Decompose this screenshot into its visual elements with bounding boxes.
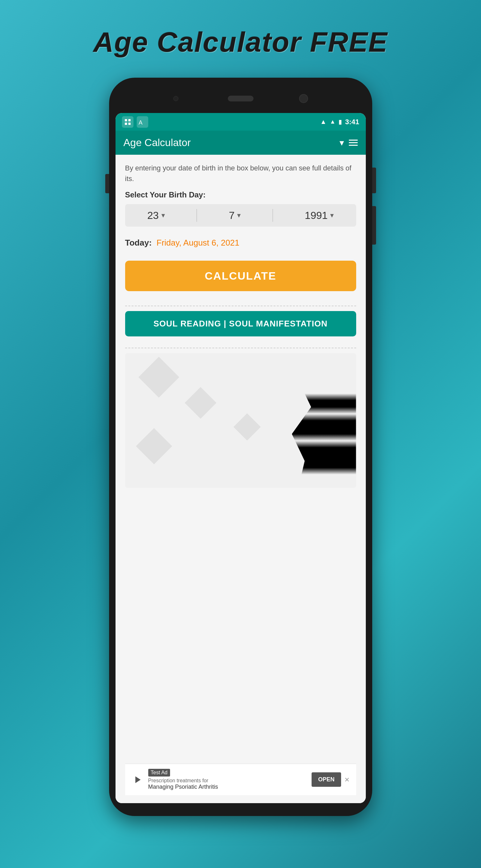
day-value: 23	[147, 210, 159, 221]
ad-play-icon	[132, 773, 145, 786]
year-selector[interactable]: 1991 ▾	[305, 210, 334, 221]
divider-1	[125, 306, 356, 306]
date-selector-row[interactable]: 23 ▾ 7 ▾ 1991 ▾	[125, 204, 356, 227]
ad-title: Prescription treatments for	[148, 778, 312, 783]
status-bar: A ▲ ▲ ▮ 3:41	[116, 113, 366, 131]
ad-content: Test Ad Prescription treatments for Mana…	[132, 769, 312, 790]
diamond-1	[138, 356, 179, 397]
app-icon-1	[122, 116, 133, 128]
app-title: Age Calculator FREE	[93, 26, 388, 58]
phone-frame: A ▲ ▲ ▮ 3:41 Age Calculator ▾ By en	[109, 78, 372, 816]
ad-description: Managing Psoriatic Arthritis	[148, 783, 312, 790]
status-bar-right: ▲ ▲ ▮ 3:41	[320, 118, 359, 126]
day-selector[interactable]: 23 ▾	[147, 210, 165, 221]
ad-open-button[interactable]: OPEN	[312, 772, 341, 787]
today-section: Today: Friday, August 6, 2021	[125, 233, 356, 253]
wifi-icon: ▲	[320, 118, 327, 125]
today-label: Today:	[125, 238, 152, 248]
diamond-pattern-area	[125, 353, 356, 488]
svg-rect-0	[125, 119, 127, 121]
battery-icon: ▮	[339, 119, 342, 125]
power-button-lower	[372, 206, 376, 245]
year-dropdown-icon[interactable]: ▾	[330, 211, 334, 220]
ad-text-area: Test Ad Prescription treatments for Mana…	[148, 769, 312, 790]
menu-line-1	[349, 140, 358, 141]
power-button	[372, 167, 376, 193]
month-selector[interactable]: 7 ▾	[229, 210, 241, 221]
today-date: Friday, August 6, 2021	[157, 238, 239, 248]
ad-tag: Test Ad	[148, 769, 170, 776]
month-dropdown-icon[interactable]: ▾	[237, 211, 241, 220]
svg-text:A: A	[139, 119, 142, 126]
year-value: 1991	[305, 210, 328, 221]
diamond-2	[185, 387, 216, 419]
menu-line-2	[349, 142, 358, 143]
dropdown-arrow-icon[interactable]: ▾	[340, 137, 344, 148]
volume-button	[105, 174, 109, 193]
signal-icon: ▲	[330, 119, 335, 125]
phone-camera-icon	[299, 94, 308, 103]
time-display: 3:41	[345, 118, 359, 126]
month-value: 7	[229, 210, 234, 221]
svg-rect-2	[125, 123, 127, 125]
day-dropdown-icon[interactable]: ▾	[161, 211, 165, 220]
app-toolbar: Age Calculator ▾	[116, 131, 366, 155]
date-divider-2	[272, 209, 273, 222]
diamond-3	[136, 428, 172, 464]
toolbar-title: Age Calculator	[124, 137, 335, 149]
phone-top-bar	[116, 84, 366, 113]
app-icon-2: A	[137, 116, 148, 128]
divider-2	[125, 348, 356, 348]
svg-rect-1	[128, 119, 131, 121]
soul-reading-button[interactable]: SOUL READING | SOUL MANIFESTATION	[125, 311, 356, 336]
ad-close-icon[interactable]: ✕	[344, 776, 350, 783]
glitch-overlay	[292, 353, 356, 488]
ad-banner: Test Ad Prescription treatments for Mana…	[125, 764, 356, 795]
menu-button[interactable]	[349, 140, 358, 146]
phone-speaker	[228, 96, 254, 101]
svg-rect-3	[128, 123, 131, 125]
description-text: By entering your date of birth in the bo…	[125, 163, 356, 184]
menu-line-3	[349, 145, 358, 146]
birth-day-label: Select Your Birth Day:	[125, 190, 356, 199]
calculate-button[interactable]: CALCULATE	[125, 261, 356, 291]
status-bar-left: A	[122, 116, 148, 128]
diamond-4	[233, 413, 261, 441]
front-camera-icon	[173, 96, 179, 101]
app-content: By entering your date of birth in the bo…	[116, 155, 366, 803]
date-divider-1	[196, 209, 197, 222]
phone-screen: A ▲ ▲ ▮ 3:41 Age Calculator ▾ By en	[116, 113, 366, 803]
svg-marker-5	[135, 776, 140, 783]
